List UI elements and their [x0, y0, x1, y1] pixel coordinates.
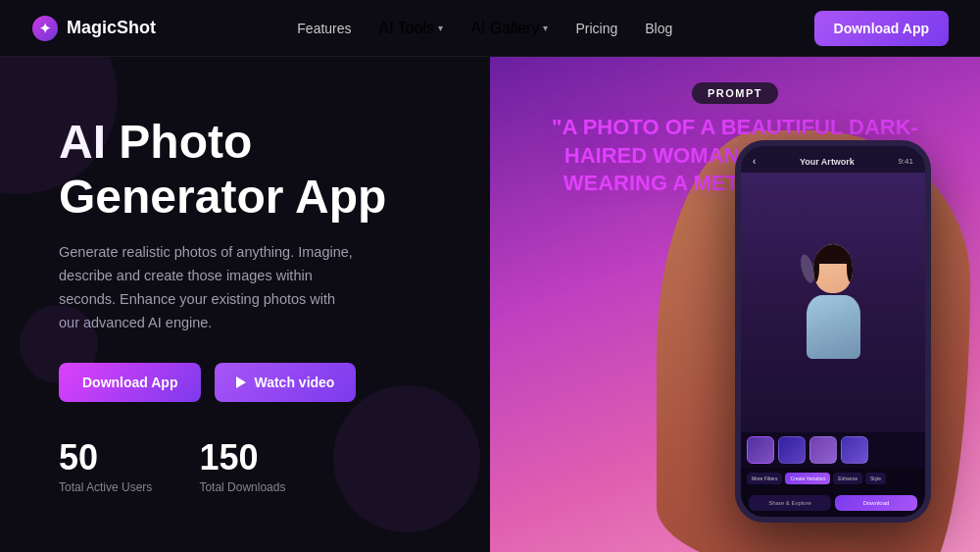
ai-portrait [741, 173, 925, 432]
action-chip-filters[interactable]: More Filters [747, 473, 782, 484]
thumbnail-3[interactable] [809, 436, 837, 464]
thumbnail-4[interactable] [841, 436, 868, 464]
phone-screen: ‹ Your Artwork 9:41 [741, 146, 925, 517]
thumbnail-2[interactable] [778, 436, 806, 464]
logo-icon: ✦ [31, 15, 59, 42]
download-app-hero-button[interactable]: Download App [59, 363, 201, 402]
nav-item-pricing[interactable]: Pricing [575, 20, 617, 37]
svg-text:✦: ✦ [39, 21, 51, 36]
action-chip-enhance[interactable]: Enhance [833, 473, 862, 484]
hero-description: Generate realistic photos of anything. I… [59, 241, 353, 335]
portrait-body [807, 295, 860, 359]
nav-links: Features AI Tools ▾ AI Gallery ▾ Pricing… [297, 20, 672, 37]
prompt-badge: PROMPT [692, 82, 778, 104]
main-content: AI Photo Generator App Generate realisti… [0, 57, 980, 552]
cta-buttons: Download App Watch video [59, 363, 431, 402]
nav-item-aitools[interactable]: AI Tools ▾ [379, 20, 444, 37]
share-explore-button[interactable]: Share & Explore [749, 495, 831, 511]
stat-downloads-label: Total Downloads [199, 480, 285, 494]
phone-bottom-bar: Share & Explore Download [741, 489, 925, 517]
portrait-hair-right [847, 254, 853, 283]
hero-left-panel: AI Photo Generator App Generate realisti… [0, 57, 490, 552]
chevron-down-icon: ▾ [438, 23, 443, 33]
chevron-down-icon: ▾ [543, 23, 548, 33]
phone-status: 9:41 [898, 157, 913, 166]
nav-item-aigallery[interactable]: AI Gallery ▾ [470, 20, 548, 37]
portrait-head [813, 244, 853, 293]
nav-item-features[interactable]: Features [297, 20, 351, 37]
hero-title: AI Photo Generator App [59, 115, 431, 223]
action-chip-style[interactable]: Style [865, 473, 886, 484]
stat-active-users: 50 Total Active Users [59, 437, 152, 494]
stat-downloads: 150 Total Downloads [199, 437, 285, 494]
phone-title: Your Artwork [800, 157, 855, 167]
navbar: ✦ MagicShot Features AI Tools ▾ AI Galle… [0, 0, 980, 57]
phone-back-icon: ‹ [753, 156, 756, 167]
phone-thumbnails [741, 432, 925, 468]
download-app-nav-button[interactable]: Download App [814, 11, 949, 46]
phone-mockup: ‹ Your Artwork 9:41 [735, 140, 931, 523]
nav-item-blog[interactable]: Blog [645, 20, 672, 37]
action-chip-variation[interactable]: Create Variation [785, 473, 830, 484]
stats-section: 50 Total Active Users 150 Total Download… [59, 437, 431, 494]
stat-active-users-number: 50 [59, 437, 152, 478]
portrait-figure [794, 244, 872, 362]
stat-downloads-number: 150 [199, 437, 285, 478]
watch-video-button[interactable]: Watch video [215, 363, 356, 402]
phone-download-button[interactable]: Download [835, 495, 917, 511]
thumbnail-1[interactable] [747, 436, 774, 464]
phone-artwork-area [741, 173, 925, 432]
phone-header: ‹ Your Artwork 9:41 [741, 146, 925, 173]
play-icon [236, 376, 246, 388]
brand-name: MagicShot [67, 18, 156, 38]
logo[interactable]: ✦ MagicShot [31, 15, 156, 42]
hero-right-panel: PROMPT "A PHOTO OF A BEAUTIFUL DARK-HAIR… [490, 57, 980, 552]
phone-action-bar: More Filters Create Variation Enhance St… [741, 468, 925, 489]
stat-active-users-label: Total Active Users [59, 480, 152, 494]
